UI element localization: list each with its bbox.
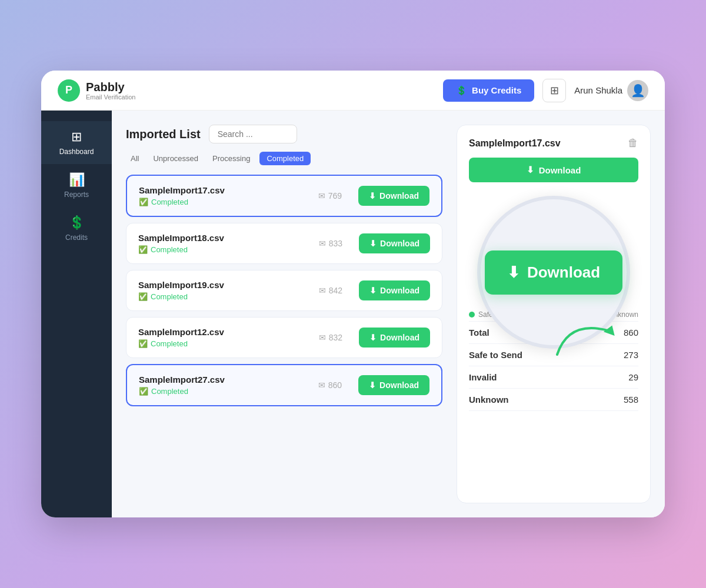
brand-name: Pabbly: [86, 81, 135, 93]
stat-value-safe: 273: [624, 350, 638, 360]
sidebar-label-credits: Credits: [65, 233, 88, 242]
user-avatar: 👤: [627, 80, 648, 101]
download-button-2[interactable]: ⬇ Download: [359, 280, 430, 300]
brand-sub: Email Verification: [86, 93, 135, 101]
item-info: SampleImport12.csv ✅ Completed: [138, 327, 224, 348]
buy-credits-label: Buy Credits: [472, 85, 521, 95]
check-icon: ✅: [138, 292, 148, 301]
mail-icon: ✉: [318, 380, 325, 390]
right-title: SampleImport17.csv: [469, 138, 561, 149]
item-count: ✉ 833: [319, 239, 342, 248]
item-name: SampleImport12.csv: [138, 327, 224, 337]
download-button-1[interactable]: ⬇ Download: [359, 233, 430, 253]
item-count: ✉ 860: [318, 380, 342, 390]
stat-value-total: 860: [624, 328, 638, 338]
item-name: SampleImport19.csv: [138, 280, 224, 290]
item-status: ✅ Completed: [138, 339, 224, 348]
logo-text-area: Pabbly Email Verification: [86, 81, 135, 101]
grid-icon-button[interactable]: ⊞: [542, 79, 566, 102]
download-icon: ⬇: [369, 191, 376, 201]
filter-unprocessed[interactable]: Unprocessed: [148, 152, 203, 165]
list-item[interactable]: SampleImport27.csv ✅ Completed ✉ 860: [126, 364, 442, 406]
right-panel: SampleImport17.csv 🗑 ⬇ Download ⬇ Downlo…: [457, 125, 651, 503]
sidebar: ⊞ Dashboard 📊 Reports 💲 Credits: [41, 111, 112, 517]
dollar-icon: 💲: [456, 85, 467, 96]
sidebar-label-reports: Reports: [64, 191, 89, 199]
filter-tabs: All Unprocessed Processing Completed: [126, 152, 311, 165]
filter-processing[interactable]: Processing: [208, 152, 255, 165]
logo-area: P Pabbly Email Verification: [58, 79, 135, 102]
right-header: SampleImport17.csv 🗑: [469, 137, 638, 149]
mail-icon: ✉: [319, 286, 326, 295]
list-items: SampleImport17.csv ✅ Completed ✉ 769: [126, 175, 442, 406]
right-download-button[interactable]: ⬇ Download: [469, 158, 638, 182]
download-button-0[interactable]: ⬇ Download: [358, 186, 429, 206]
item-right: ✉ 769 ⬇ Download: [318, 186, 429, 206]
sidebar-label-dashboard: Dashboard: [59, 148, 94, 156]
mail-icon: ✉: [319, 333, 326, 342]
download-icon-right: ⬇: [527, 165, 534, 175]
mail-icon: ✉: [318, 191, 325, 201]
filter-all[interactable]: All: [126, 152, 144, 165]
item-count: ✉ 769: [318, 191, 342, 201]
dashboard-icon: ⊞: [71, 129, 82, 145]
stat-row-unknown: Unknown 558: [469, 389, 638, 411]
download-icon: ⬇: [369, 380, 376, 390]
body: ⊞ Dashboard 📊 Reports 💲 Credits Imported…: [41, 111, 665, 517]
header: P Pabbly Email Verification 💲 Buy Credit…: [41, 71, 665, 111]
circle-overlay: ⬇ Download: [477, 196, 630, 349]
main-content: Imported List All Unprocessed Processing…: [112, 111, 665, 517]
download-icon: ⬇: [369, 286, 377, 295]
item-name: SampleImport27.csv: [139, 375, 225, 385]
list-item[interactable]: SampleImport17.csv ✅ Completed ✉ 769: [126, 175, 442, 217]
item-right: ✉ 842 ⬇ Download: [319, 280, 430, 300]
item-status: ✅ Completed: [138, 245, 224, 254]
stat-value-unknown: 558: [624, 395, 638, 405]
list-item[interactable]: SampleImport19.csv ✅ Completed ✉ 842: [126, 270, 442, 311]
filter-completed[interactable]: Completed: [259, 152, 311, 165]
item-right: ✉ 860 ⬇ Download: [318, 375, 429, 395]
stat-value-invalid: 29: [628, 372, 638, 382]
search-input[interactable]: [209, 125, 297, 143]
sidebar-item-credits[interactable]: 💲 Credits: [41, 207, 112, 250]
item-info: SampleImport17.csv ✅ Completed: [139, 185, 225, 206]
mail-icon: ✉: [319, 239, 326, 248]
reports-icon: 📊: [69, 172, 85, 188]
left-panel: Imported List All Unprocessed Processing…: [126, 125, 442, 503]
grid-icon: ⊞: [550, 84, 559, 97]
stat-label-unknown: Unknown: [469, 395, 509, 405]
sidebar-item-dashboard[interactable]: ⊞ Dashboard: [41, 121, 112, 164]
buy-credits-button[interactable]: 💲 Buy Credits: [443, 79, 534, 102]
download-icon: ⬇: [369, 333, 377, 342]
item-name: SampleImport17.csv: [139, 185, 225, 195]
item-status: ✅ Completed: [139, 198, 225, 206]
sidebar-item-reports[interactable]: 📊 Reports: [41, 164, 112, 207]
big-download-button[interactable]: ⬇ Download: [485, 250, 622, 295]
item-right: ✉ 832 ⬇ Download: [319, 328, 430, 348]
stat-dot: [469, 312, 475, 318]
check-icon: ✅: [138, 339, 148, 348]
stat-label-safe: Safe to Send: [469, 350, 522, 360]
check-icon: ✅: [138, 245, 148, 254]
download-icon: ⬇: [369, 239, 377, 248]
main-card: P Pabbly Email Verification 💲 Buy Credit…: [41, 71, 665, 517]
user-name: Arun Shukla: [574, 85, 622, 95]
header-right: 💲 Buy Credits ⊞ Arun Shukla 👤: [443, 79, 648, 102]
download-button-4[interactable]: ⬇ Download: [358, 375, 429, 395]
list-item[interactable]: SampleImport18.csv ✅ Completed ✉ 833: [126, 223, 442, 264]
stat-label-invalid: Invalid: [469, 372, 497, 382]
credits-icon: 💲: [69, 215, 85, 230]
delete-button[interactable]: 🗑: [628, 137, 638, 149]
panel-header: Imported List All Unprocessed Processing…: [126, 125, 442, 165]
user-area[interactable]: Arun Shukla 👤: [574, 80, 648, 101]
item-count: ✉ 832: [319, 333, 342, 342]
panel-title: Imported List: [126, 128, 201, 141]
download-button-3[interactable]: ⬇ Download: [359, 328, 430, 348]
big-download-icon: ⬇: [507, 263, 520, 282]
item-right: ✉ 833 ⬇ Download: [319, 233, 430, 253]
list-item[interactable]: SampleImport12.csv ✅ Completed ✉ 832: [126, 317, 442, 358]
item-name: SampleImport18.csv: [138, 233, 224, 243]
content-area: Imported List All Unprocessed Processing…: [112, 111, 665, 517]
item-info: SampleImport27.csv ✅ Completed: [139, 375, 225, 396]
check-icon: ✅: [139, 387, 148, 396]
